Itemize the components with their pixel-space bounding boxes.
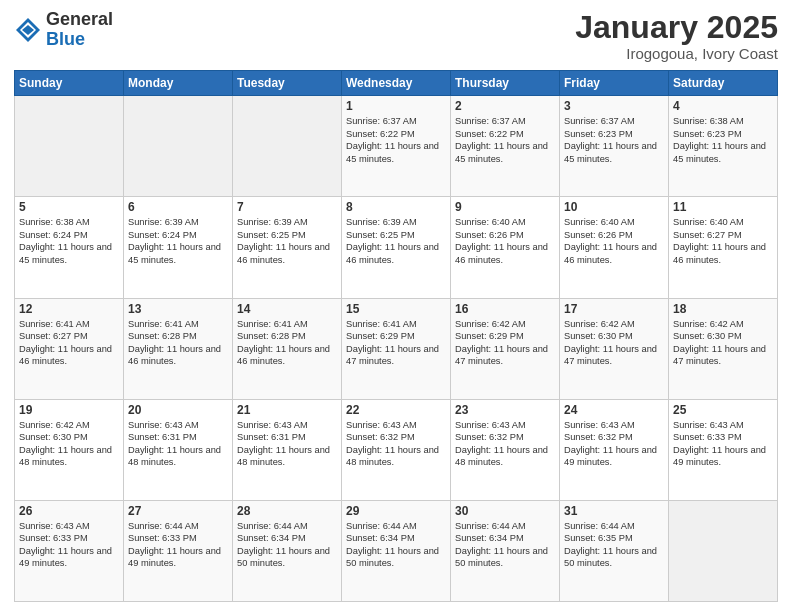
day-number: 18 bbox=[673, 302, 773, 316]
day-info: Sunrise: 6:44 AM Sunset: 6:33 PM Dayligh… bbox=[128, 520, 228, 570]
day-number: 17 bbox=[564, 302, 664, 316]
day-number: 3 bbox=[564, 99, 664, 113]
calendar-cell: 15Sunrise: 6:41 AM Sunset: 6:29 PM Dayli… bbox=[342, 298, 451, 399]
day-number: 12 bbox=[19, 302, 119, 316]
day-info: Sunrise: 6:40 AM Sunset: 6:27 PM Dayligh… bbox=[673, 216, 773, 266]
day-info: Sunrise: 6:42 AM Sunset: 6:29 PM Dayligh… bbox=[455, 318, 555, 368]
day-info: Sunrise: 6:41 AM Sunset: 6:28 PM Dayligh… bbox=[128, 318, 228, 368]
calendar-cell bbox=[124, 96, 233, 197]
logo-icon bbox=[14, 16, 42, 44]
calendar-cell: 2Sunrise: 6:37 AM Sunset: 6:22 PM Daylig… bbox=[451, 96, 560, 197]
day-number: 7 bbox=[237, 200, 337, 214]
day-info: Sunrise: 6:37 AM Sunset: 6:23 PM Dayligh… bbox=[564, 115, 664, 165]
calendar: SundayMondayTuesdayWednesdayThursdayFrid… bbox=[14, 70, 778, 602]
day-number: 31 bbox=[564, 504, 664, 518]
day-info: Sunrise: 6:38 AM Sunset: 6:23 PM Dayligh… bbox=[673, 115, 773, 165]
calendar-cell: 30Sunrise: 6:44 AM Sunset: 6:34 PM Dayli… bbox=[451, 500, 560, 601]
day-number: 5 bbox=[19, 200, 119, 214]
calendar-cell: 4Sunrise: 6:38 AM Sunset: 6:23 PM Daylig… bbox=[669, 96, 778, 197]
weekday-header: Saturday bbox=[669, 71, 778, 96]
day-info: Sunrise: 6:43 AM Sunset: 6:32 PM Dayligh… bbox=[455, 419, 555, 469]
day-info: Sunrise: 6:44 AM Sunset: 6:35 PM Dayligh… bbox=[564, 520, 664, 570]
day-number: 27 bbox=[128, 504, 228, 518]
calendar-row: 19Sunrise: 6:42 AM Sunset: 6:30 PM Dayli… bbox=[15, 399, 778, 500]
day-number: 26 bbox=[19, 504, 119, 518]
day-number: 21 bbox=[237, 403, 337, 417]
weekday-header: Friday bbox=[560, 71, 669, 96]
calendar-row: 12Sunrise: 6:41 AM Sunset: 6:27 PM Dayli… bbox=[15, 298, 778, 399]
day-info: Sunrise: 6:42 AM Sunset: 6:30 PM Dayligh… bbox=[673, 318, 773, 368]
day-number: 8 bbox=[346, 200, 446, 214]
page-subtitle: Irogogoua, Ivory Coast bbox=[575, 45, 778, 62]
day-info: Sunrise: 6:39 AM Sunset: 6:25 PM Dayligh… bbox=[237, 216, 337, 266]
day-info: Sunrise: 6:39 AM Sunset: 6:24 PM Dayligh… bbox=[128, 216, 228, 266]
calendar-cell bbox=[669, 500, 778, 601]
day-info: Sunrise: 6:43 AM Sunset: 6:33 PM Dayligh… bbox=[673, 419, 773, 469]
calendar-cell: 20Sunrise: 6:43 AM Sunset: 6:31 PM Dayli… bbox=[124, 399, 233, 500]
day-info: Sunrise: 6:41 AM Sunset: 6:27 PM Dayligh… bbox=[19, 318, 119, 368]
weekday-header: Sunday bbox=[15, 71, 124, 96]
day-number: 23 bbox=[455, 403, 555, 417]
day-number: 2 bbox=[455, 99, 555, 113]
calendar-row: 5Sunrise: 6:38 AM Sunset: 6:24 PM Daylig… bbox=[15, 197, 778, 298]
day-number: 9 bbox=[455, 200, 555, 214]
day-number: 14 bbox=[237, 302, 337, 316]
weekday-header: Thursday bbox=[451, 71, 560, 96]
logo-general: General bbox=[46, 9, 113, 29]
calendar-cell: 18Sunrise: 6:42 AM Sunset: 6:30 PM Dayli… bbox=[669, 298, 778, 399]
day-info: Sunrise: 6:37 AM Sunset: 6:22 PM Dayligh… bbox=[455, 115, 555, 165]
day-info: Sunrise: 6:39 AM Sunset: 6:25 PM Dayligh… bbox=[346, 216, 446, 266]
day-number: 15 bbox=[346, 302, 446, 316]
calendar-cell: 10Sunrise: 6:40 AM Sunset: 6:26 PM Dayli… bbox=[560, 197, 669, 298]
day-info: Sunrise: 6:44 AM Sunset: 6:34 PM Dayligh… bbox=[346, 520, 446, 570]
calendar-cell: 16Sunrise: 6:42 AM Sunset: 6:29 PM Dayli… bbox=[451, 298, 560, 399]
weekday-header-row: SundayMondayTuesdayWednesdayThursdayFrid… bbox=[15, 71, 778, 96]
calendar-cell bbox=[15, 96, 124, 197]
calendar-cell: 11Sunrise: 6:40 AM Sunset: 6:27 PM Dayli… bbox=[669, 197, 778, 298]
day-number: 16 bbox=[455, 302, 555, 316]
header: General Blue January 2025 Irogogoua, Ivo… bbox=[14, 10, 778, 62]
day-number: 6 bbox=[128, 200, 228, 214]
day-info: Sunrise: 6:37 AM Sunset: 6:22 PM Dayligh… bbox=[346, 115, 446, 165]
calendar-cell: 5Sunrise: 6:38 AM Sunset: 6:24 PM Daylig… bbox=[15, 197, 124, 298]
calendar-cell: 1Sunrise: 6:37 AM Sunset: 6:22 PM Daylig… bbox=[342, 96, 451, 197]
calendar-cell: 26Sunrise: 6:43 AM Sunset: 6:33 PM Dayli… bbox=[15, 500, 124, 601]
day-info: Sunrise: 6:42 AM Sunset: 6:30 PM Dayligh… bbox=[19, 419, 119, 469]
calendar-cell: 28Sunrise: 6:44 AM Sunset: 6:34 PM Dayli… bbox=[233, 500, 342, 601]
day-info: Sunrise: 6:41 AM Sunset: 6:28 PM Dayligh… bbox=[237, 318, 337, 368]
calendar-cell: 17Sunrise: 6:42 AM Sunset: 6:30 PM Dayli… bbox=[560, 298, 669, 399]
logo: General Blue bbox=[14, 10, 113, 50]
calendar-cell: 27Sunrise: 6:44 AM Sunset: 6:33 PM Dayli… bbox=[124, 500, 233, 601]
weekday-header: Wednesday bbox=[342, 71, 451, 96]
day-number: 10 bbox=[564, 200, 664, 214]
calendar-cell: 25Sunrise: 6:43 AM Sunset: 6:33 PM Dayli… bbox=[669, 399, 778, 500]
page: General Blue January 2025 Irogogoua, Ivo… bbox=[0, 0, 792, 612]
day-info: Sunrise: 6:43 AM Sunset: 6:32 PM Dayligh… bbox=[564, 419, 664, 469]
day-info: Sunrise: 6:42 AM Sunset: 6:30 PM Dayligh… bbox=[564, 318, 664, 368]
day-number: 4 bbox=[673, 99, 773, 113]
day-info: Sunrise: 6:43 AM Sunset: 6:33 PM Dayligh… bbox=[19, 520, 119, 570]
day-number: 24 bbox=[564, 403, 664, 417]
day-number: 20 bbox=[128, 403, 228, 417]
calendar-cell: 24Sunrise: 6:43 AM Sunset: 6:32 PM Dayli… bbox=[560, 399, 669, 500]
calendar-cell bbox=[233, 96, 342, 197]
day-number: 19 bbox=[19, 403, 119, 417]
calendar-cell: 12Sunrise: 6:41 AM Sunset: 6:27 PM Dayli… bbox=[15, 298, 124, 399]
day-number: 13 bbox=[128, 302, 228, 316]
day-number: 22 bbox=[346, 403, 446, 417]
weekday-header: Tuesday bbox=[233, 71, 342, 96]
calendar-cell: 19Sunrise: 6:42 AM Sunset: 6:30 PM Dayli… bbox=[15, 399, 124, 500]
calendar-cell: 31Sunrise: 6:44 AM Sunset: 6:35 PM Dayli… bbox=[560, 500, 669, 601]
day-info: Sunrise: 6:41 AM Sunset: 6:29 PM Dayligh… bbox=[346, 318, 446, 368]
calendar-row: 1Sunrise: 6:37 AM Sunset: 6:22 PM Daylig… bbox=[15, 96, 778, 197]
day-info: Sunrise: 6:44 AM Sunset: 6:34 PM Dayligh… bbox=[455, 520, 555, 570]
day-info: Sunrise: 6:40 AM Sunset: 6:26 PM Dayligh… bbox=[455, 216, 555, 266]
page-title: January 2025 bbox=[575, 10, 778, 45]
day-info: Sunrise: 6:38 AM Sunset: 6:24 PM Dayligh… bbox=[19, 216, 119, 266]
day-info: Sunrise: 6:40 AM Sunset: 6:26 PM Dayligh… bbox=[564, 216, 664, 266]
calendar-row: 26Sunrise: 6:43 AM Sunset: 6:33 PM Dayli… bbox=[15, 500, 778, 601]
calendar-cell: 29Sunrise: 6:44 AM Sunset: 6:34 PM Dayli… bbox=[342, 500, 451, 601]
day-number: 30 bbox=[455, 504, 555, 518]
calendar-cell: 21Sunrise: 6:43 AM Sunset: 6:31 PM Dayli… bbox=[233, 399, 342, 500]
day-info: Sunrise: 6:43 AM Sunset: 6:31 PM Dayligh… bbox=[128, 419, 228, 469]
